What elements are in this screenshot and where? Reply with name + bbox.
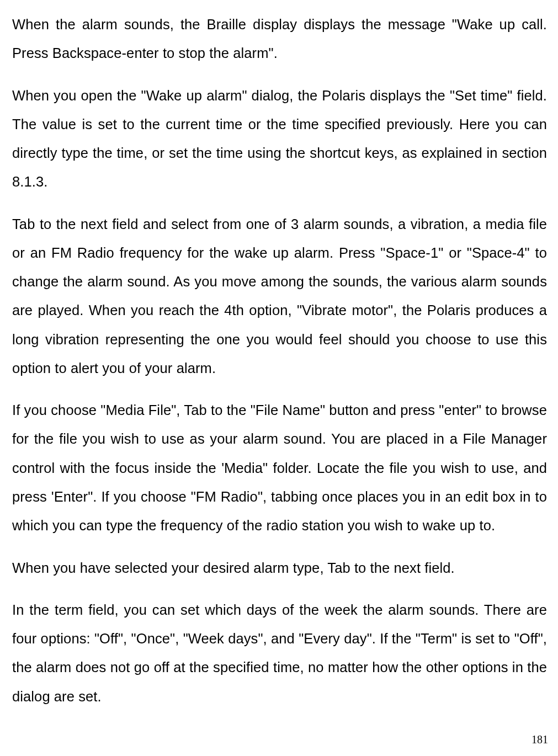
paragraph-5: When you have selected your desired alar… (12, 553, 547, 582)
page-number: 181 (532, 733, 548, 746)
paragraph-2: When you open the "Wake up alarm" dialog… (12, 81, 547, 196)
paragraph-3: Tab to the next field and select from on… (12, 210, 547, 383)
paragraph-6: In the term field, you can set which day… (12, 595, 547, 711)
paragraph-4: If you choose "Media File", Tab to the "… (12, 396, 547, 540)
paragraph-1: When the alarm sounds, the Braille displ… (12, 10, 547, 68)
document-content: When the alarm sounds, the Braille displ… (12, 10, 547, 711)
